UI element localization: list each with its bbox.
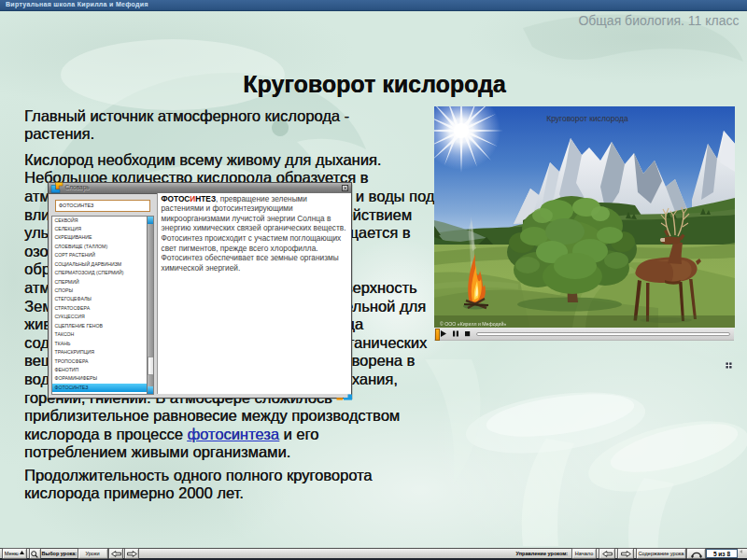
svg-text:© ООО «Кирилл и Мефодий»: © ООО «Кирилл и Мефодий» (440, 321, 506, 327)
svg-text:Круговорот кислорода: Круговорот кислорода (546, 114, 628, 123)
